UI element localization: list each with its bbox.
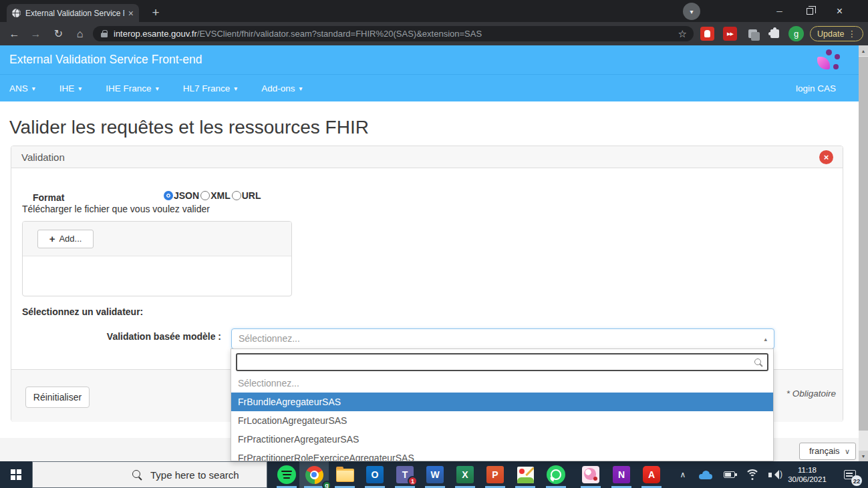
media-control-button[interactable]: ▾ xyxy=(683,3,700,20)
adblock-extension-icon[interactable] xyxy=(700,27,714,41)
home-button[interactable]: ⌂ xyxy=(71,25,89,43)
taskbar-whatsapp[interactable] xyxy=(541,461,571,488)
login-cas-link[interactable]: login CAS xyxy=(796,75,836,102)
acrobat-icon: A xyxy=(643,466,660,483)
nav-item-ans[interactable]: ANS ▾ xyxy=(9,83,35,93)
action-center-button[interactable]: 22 xyxy=(837,461,863,488)
dropdown-option[interactable]: Sélectionnez... xyxy=(231,374,773,393)
browser-titlebar: External Validation Service Front × + ▾ … xyxy=(0,0,868,22)
start-button[interactable] xyxy=(0,461,32,488)
scroll-down-button[interactable]: ▼ xyxy=(859,451,868,461)
language-select[interactable]: français ∨ xyxy=(799,443,856,460)
page-title: Valider les requêtes et les ressources F… xyxy=(9,117,369,138)
dropdown-option-highlighted[interactable]: FrBundleAgregateurSAS xyxy=(231,393,773,411)
tab-close-icon[interactable]: × xyxy=(128,9,134,18)
caret-down-icon: ▾ xyxy=(156,85,159,92)
scroll-up-button[interactable]: ▲ xyxy=(859,45,868,56)
tab-title: External Validation Service Front xyxy=(25,9,124,18)
lock-icon xyxy=(101,30,108,37)
panel-close-icon[interactable]: × xyxy=(819,150,833,164)
taskbar-clock[interactable]: 11:18 30/06/2021 xyxy=(780,461,834,488)
add-file-button[interactable]: + Add... xyxy=(37,230,94,248)
taskbar-word[interactable]: W xyxy=(420,461,450,488)
panel-title: Validation xyxy=(21,152,65,163)
onenote-icon: N xyxy=(613,466,630,483)
page-scrollbar[interactable]: ▲ ▼ xyxy=(859,45,868,461)
taskbar-powerpoint[interactable]: P xyxy=(480,461,510,488)
taskbar-onenote[interactable]: N xyxy=(607,461,636,488)
dropdown-option[interactable]: FrPractitionerAgregateurSAS xyxy=(231,430,773,449)
address-bar[interactable]: interop.esante.gouv.fr/EVSClient/fhir/va… xyxy=(93,26,694,41)
more-menu-icon[interactable]: ⋮ xyxy=(847,29,856,39)
chrome-icon xyxy=(305,466,323,484)
chrome-profile-badge: g xyxy=(322,481,331,488)
battery-icon[interactable] xyxy=(720,461,738,488)
window-close-button[interactable]: × xyxy=(825,0,855,22)
outlook-icon: O xyxy=(366,466,384,483)
video-extension-icon[interactable]: ▶▶ xyxy=(723,27,737,41)
nav-label: ANS xyxy=(9,83,28,93)
profile-avatar[interactable]: g xyxy=(788,26,804,41)
back-button[interactable]: ← xyxy=(5,25,23,43)
taskbar-file-explorer[interactable] xyxy=(330,461,359,488)
clock-date: 30/06/2021 xyxy=(788,475,827,484)
wifi-icon[interactable] xyxy=(743,461,762,488)
browser-tab[interactable]: External Validation Service Front × xyxy=(7,4,139,22)
notification-count-badge: 22 xyxy=(851,475,862,486)
taskbar-acrobat[interactable]: A xyxy=(637,461,666,488)
taskbar-search-input[interactable] xyxy=(150,469,257,481)
taskbar-outlook[interactable]: O xyxy=(360,461,390,488)
radio-url[interactable] xyxy=(232,191,241,200)
taskbar-image-editor[interactable] xyxy=(511,461,540,488)
extensions-menu-button[interactable] xyxy=(768,27,782,41)
tray-chevron-up-icon[interactable]: ∧ xyxy=(674,461,692,488)
dropdown-option[interactable]: FrPractitionerRoleExerciceAgregateurSAS xyxy=(231,449,773,461)
window-restore-button[interactable] xyxy=(794,0,825,22)
site-nav: ANS ▾ IHE ▾ IHE France ▾ HL7 France ▾ Ad… xyxy=(0,74,859,101)
onedrive-icon[interactable] xyxy=(698,461,714,488)
paint-app-icon xyxy=(582,466,599,483)
radio-xml[interactable] xyxy=(200,191,210,200)
excel-icon: X xyxy=(456,466,474,483)
model-validation-label: Validation basée modèle : xyxy=(22,331,221,342)
caret-down-icon: ▾ xyxy=(32,85,35,92)
radio-json-label[interactable]: JSON xyxy=(174,190,199,201)
chrome-update-button[interactable]: Update ⋮ xyxy=(810,26,863,41)
taskbar-chrome[interactable]: g xyxy=(299,461,329,488)
taskbar-search-box[interactable] xyxy=(32,461,267,488)
nav-item-addons[interactable]: Add-ons ▾ xyxy=(261,83,302,93)
spotify-icon xyxy=(277,465,296,484)
nav-label: Add-ons xyxy=(261,83,295,93)
new-tab-button[interactable]: + xyxy=(147,4,164,21)
dropdown-search-wrap xyxy=(236,353,768,371)
radio-xml-label[interactable]: XML xyxy=(210,190,231,201)
dropdown-option[interactable]: FrLocationAgregateurSAS xyxy=(231,411,773,430)
taskbar-excel[interactable]: X xyxy=(450,461,480,488)
nav-item-hl7-france[interactable]: HL7 France ▾ xyxy=(183,83,238,93)
image-editor-icon xyxy=(517,467,534,483)
reset-button[interactable]: Réinitialiser xyxy=(25,387,90,408)
bookmark-star-icon[interactable]: ☆ xyxy=(678,28,687,40)
nav-item-ihe[interactable]: IHE ▾ xyxy=(59,83,82,93)
validator-select[interactable]: Sélectionnez... ▴ xyxy=(231,328,774,349)
clock-time: 11:18 xyxy=(798,465,817,475)
taskbar-spotify[interactable] xyxy=(272,461,301,488)
forward-button[interactable]: → xyxy=(27,25,45,43)
nav-label: IHE France xyxy=(106,83,151,93)
word-icon: W xyxy=(426,466,444,483)
extension-icon[interactable] xyxy=(746,27,760,41)
url-path: /EVSClient/fhir/validator.seam?standard=… xyxy=(197,29,482,39)
reload-button[interactable]: ↻ xyxy=(49,25,67,43)
radio-url-label[interactable]: URL xyxy=(242,190,261,201)
taskbar-paint-app[interactable] xyxy=(576,461,605,488)
scrollbar-thumb[interactable] xyxy=(859,57,868,431)
taskbar-teams[interactable]: T1 xyxy=(390,461,420,488)
upload-toolbar: + Add... xyxy=(23,222,291,256)
nav-item-ihe-france[interactable]: IHE France ▾ xyxy=(106,83,158,93)
whatsapp-icon xyxy=(547,465,565,484)
logo-dot xyxy=(826,49,832,55)
dropdown-search-input[interactable] xyxy=(236,353,768,371)
window-minimize-button[interactable]: ─ xyxy=(764,0,794,22)
radio-json[interactable] xyxy=(164,191,173,200)
puzzle-icon xyxy=(770,29,779,38)
